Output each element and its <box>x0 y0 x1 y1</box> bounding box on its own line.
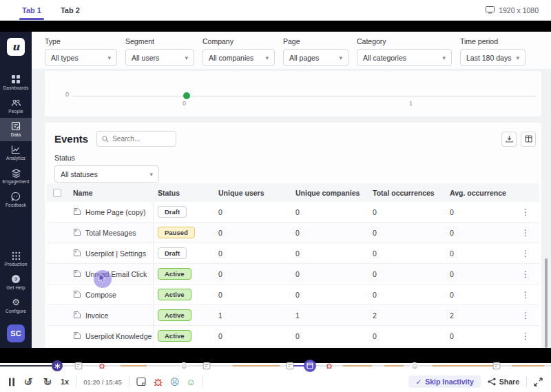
filter-segment: Segment All users ▾ <box>125 37 194 69</box>
table-header: Name Status Unique users Unique companie… <box>47 183 539 202</box>
table-row[interactable]: Home Page (copy) Draft 0 0 0 0 ⋮ <box>47 202 539 223</box>
category-select[interactable]: All categories ▾ <box>357 49 452 66</box>
columns-icon <box>525 133 532 145</box>
sidebar-item-feedback[interactable]: Feedback <box>0 188 32 212</box>
avg-occurrence-value: 0 <box>446 291 512 299</box>
sidebar-item-production[interactable]: Production <box>0 248 32 271</box>
unique-users-value: 0 <box>214 291 291 299</box>
sidebar-item-analytics[interactable]: Analytics <box>0 141 32 165</box>
timeline-note-marker[interactable] <box>493 362 501 370</box>
segment-select[interactable]: All users ▾ <box>125 49 194 66</box>
fullscreen-button[interactable] <box>534 378 543 386</box>
column-avg-occurrence[interactable]: Avg. occurrence <box>446 189 512 197</box>
playhead-asterisk-icon <box>54 363 61 369</box>
sidebar-item-data[interactable]: Data <box>0 118 32 141</box>
timeline-note-marker[interactable] <box>75 362 83 370</box>
row-menu-icon[interactable]: ⋮ <box>521 269 530 279</box>
skip-inactivity-toggle[interactable]: ✓ Skip Inactivity <box>408 375 480 388</box>
notes-button[interactable] <box>136 377 146 386</box>
chart-baseline <box>72 96 536 96</box>
column-total-occurrences[interactable]: Total occurrences <box>368 189 446 197</box>
chevron-down-icon: ▾ <box>339 54 342 61</box>
event-modal-icon <box>306 362 313 369</box>
unique-users-value: 0 <box>214 249 291 258</box>
timeline-feedback-marker[interactable]: ☺ <box>180 362 187 369</box>
row-menu-icon[interactable]: ⋮ <box>521 249 530 258</box>
timeline-note-marker[interactable] <box>203 362 211 370</box>
column-unique-companies[interactable]: Unique companies <box>291 189 368 197</box>
playback-speed-button[interactable]: 1x <box>61 378 69 386</box>
pause-button[interactable] <box>8 378 15 386</box>
table-row[interactable]: Compose Active 0 0 0 0 ⋮ <box>47 285 539 305</box>
time-period-select[interactable]: Last 180 days ▾ <box>460 49 526 66</box>
column-name[interactable]: Name <box>67 183 154 202</box>
sidebar-label: Engagement <box>3 179 30 184</box>
event-tag-icon <box>73 207 81 217</box>
search-input[interactable] <box>112 135 167 143</box>
people-icon <box>11 98 21 107</box>
column-unique-users[interactable]: Unique users <box>214 189 291 197</box>
table-row[interactable]: Unread Email Click Active 0 0 0 0 ⋮ <box>47 264 539 285</box>
table-row[interactable]: Userpilot Knowledge ... Active 0 0 0 0 ⋮ <box>47 326 539 347</box>
total-occurrences-value: 0 <box>368 291 446 299</box>
sidebar-label: Configure <box>6 309 26 313</box>
chart-data-point[interactable] <box>183 92 190 99</box>
status-select[interactable]: All statuses ▾ <box>54 165 159 183</box>
tab-2[interactable]: Tab 2 <box>51 0 90 20</box>
sidebar-item-dashboards[interactable]: Dashboards <box>0 71 32 94</box>
table-row[interactable]: Total Meesages Paused 0 0 0 0 ⋮ <box>47 223 539 243</box>
browser-tab-bar: Tab 1 Tab 2 1920 x 1080 <box>0 0 551 21</box>
seek-forward-10-button[interactable]: ↻ 10 <box>41 375 54 388</box>
company-select[interactable]: All companies ▾ <box>202 49 275 66</box>
table-row[interactable]: Userpilot | Settings Draft 0 0 0 0 ⋮ <box>47 243 539 264</box>
row-menu-icon[interactable]: ⋮ <box>521 228 530 238</box>
timeline-note-marker[interactable] <box>287 362 294 370</box>
vertical-scrollbar[interactable] <box>545 258 548 348</box>
filter-time-period: Time period Last 180 days ▾ <box>460 37 526 69</box>
total-occurrences-value: 0 <box>368 249 446 258</box>
page-select[interactable]: All pages ▾ <box>283 49 349 66</box>
columns-button[interactable] <box>521 132 536 147</box>
filter-company: Company All companies ▾ <box>202 37 275 69</box>
divider <box>76 376 76 387</box>
row-menu-icon[interactable]: ⋮ <box>521 331 530 341</box>
sidebar-item-configure[interactable]: ⚙ Configure <box>0 294 32 318</box>
timeline-inactivity-segment <box>121 365 147 367</box>
status-badge: Draft <box>158 247 187 259</box>
select-all-checkbox[interactable] <box>53 189 61 197</box>
row-menu-icon[interactable]: ⋮ <box>521 311 530 320</box>
sidebar-item-get-help[interactable]: ? Get Help <box>0 271 32 294</box>
engagement-layers-icon <box>11 168 21 178</box>
timeline-event-marker[interactable] <box>304 360 316 372</box>
column-status[interactable]: Status <box>154 189 214 197</box>
timeline-playhead[interactable] <box>52 360 63 371</box>
errors-button[interactable] <box>153 377 163 387</box>
share-button[interactable]: Share <box>488 378 519 386</box>
type-select[interactable]: All types ▾ <box>45 49 117 66</box>
filter-label: Time period <box>460 37 526 45</box>
seek-back-10-button[interactable]: ↺ 10 <box>22 375 34 388</box>
userpilot-logo[interactable]: u <box>7 38 25 56</box>
event-name: Compose <box>85 291 116 299</box>
filter-label: Page <box>283 37 349 45</box>
happy-face-button[interactable]: ☺ <box>186 378 195 386</box>
table-row[interactable]: Invoice Active 1 1 2 2 ⋮ <box>47 305 539 326</box>
events-search[interactable] <box>96 131 176 147</box>
timeline-error-marker[interactable] <box>326 362 333 370</box>
download-button[interactable] <box>501 132 517 147</box>
timeline-error-marker[interactable] <box>98 362 106 370</box>
sad-face-button[interactable]: ☹ <box>170 378 180 386</box>
event-name: Unread Email Click <box>85 270 147 278</box>
timeline-feedback-marker[interactable]: ☺ <box>410 362 418 369</box>
tab-1[interactable]: Tab 1 <box>12 0 51 20</box>
sidebar-item-people[interactable]: People <box>0 94 32 118</box>
row-menu-icon[interactable]: ⋮ <box>521 207 530 217</box>
filter-bar: Type All types ▾ Segment All users ▾ Com… <box>32 32 551 69</box>
row-menu-icon[interactable]: ⋮ <box>521 290 530 300</box>
event-tag-icon <box>73 249 81 258</box>
search-icon <box>102 133 109 145</box>
sidebar-item-engagement[interactable]: Engagement <box>0 165 32 188</box>
share-label: Share <box>499 378 519 386</box>
feedback-chat-icon <box>11 192 21 201</box>
user-avatar[interactable]: SC <box>7 324 25 342</box>
